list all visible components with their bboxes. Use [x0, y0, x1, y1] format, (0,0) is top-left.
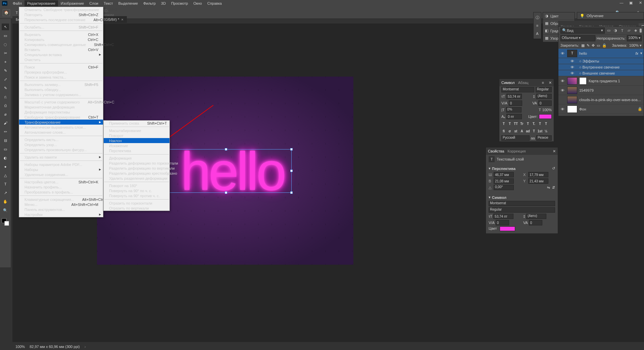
y-input[interactable]: [528, 178, 548, 184]
tab-paragraph[interactable]: Абзац: [518, 81, 529, 85]
tool-16[interactable]: ●: [2, 163, 9, 170]
close-icon[interactable]: ✕: [638, 1, 643, 5]
kerning-input[interactable]: [509, 100, 522, 106]
tool-19[interactable]: ↗: [2, 189, 9, 196]
filter-pixel-icon[interactable]: ▭: [606, 28, 611, 33]
menu-item[interactable]: Отразить по горизонтали: [104, 201, 169, 206]
type-option-button[interactable]: T: [537, 121, 543, 127]
type-option-button[interactable]: T: [531, 128, 537, 134]
menu-item[interactable]: Наборы параметров Adobe PDF...: [19, 162, 103, 167]
zoom-level[interactable]: 100%: [15, 345, 25, 349]
menu-изображение[interactable]: Изображение: [58, 0, 87, 6]
tab-properties[interactable]: Свойства: [488, 149, 504, 153]
menu-item[interactable]: Проверка орфографии...: [19, 70, 103, 75]
tool-10[interactable]: ⌀: [2, 111, 9, 118]
visibility-icon[interactable]: 👁: [560, 88, 565, 92]
type-option-button[interactable]: A: [519, 128, 525, 134]
visibility-icon[interactable]: 👁: [560, 107, 565, 111]
character-icon[interactable]: A: [534, 31, 540, 37]
menu-item[interactable]: Назначить профиль...: [19, 184, 103, 189]
tool-11[interactable]: 🖌: [2, 120, 9, 126]
layer-filter-dropdown[interactable]: 🔍 Вид ▾: [560, 28, 605, 34]
menu-item[interactable]: Повернуть на 90° по ч. с.: [104, 188, 169, 193]
close-icon[interactable]: ✕: [549, 81, 552, 85]
filter-type-icon[interactable]: T: [620, 28, 625, 33]
menu-item[interactable]: Деформация: [104, 156, 169, 161]
menu-3d[interactable]: 3D: [158, 0, 168, 6]
visibility-icon[interactable]: 👁: [560, 79, 565, 83]
filter-shape-icon[interactable]: ▱: [626, 28, 632, 33]
lock-pos-icon[interactable]: ✥: [592, 43, 595, 48]
menu-item[interactable]: Переключить последнее состояниеAlt+Ctrl+…: [19, 17, 103, 22]
font-size-input[interactable]: [506, 94, 522, 99]
menu-item[interactable]: Скопировать совмещенные данныеShift+Ctrl…: [19, 42, 103, 47]
tab-character[interactable]: Символ: [501, 81, 515, 85]
filter-adjust-icon[interactable]: ◑: [613, 28, 618, 33]
width-input[interactable]: [494, 172, 514, 177]
lock-icon[interactable]: 🔒: [602, 43, 607, 48]
type-option-button[interactable]: T.: [531, 121, 537, 127]
language-select[interactable]: Русский: [501, 135, 530, 141]
tool-13[interactable]: ⊟: [2, 137, 9, 144]
prop-size-input[interactable]: [493, 214, 513, 219]
type-option-button[interactable]: T: [525, 121, 531, 127]
lock-pixel-icon[interactable]: ✎: [587, 43, 590, 48]
menu-item[interactable]: ВырезатьCtrl+X: [19, 32, 103, 37]
tool-12[interactable]: ✏: [2, 128, 9, 135]
type-option-button[interactable]: T: [501, 121, 507, 127]
type-option-button[interactable]: st: [513, 128, 519, 134]
type-option-button[interactable]: 1st: [537, 128, 543, 134]
menu-окно[interactable]: Окно: [191, 0, 205, 6]
menu-item[interactable]: Свободное трансформированиеCtrl+T: [19, 115, 103, 120]
tool-5[interactable]: ✎: [2, 67, 9, 74]
type-option-button[interactable]: T: [543, 121, 549, 127]
menu-item[interactable]: Наклон: [104, 138, 169, 143]
type-option-button[interactable]: T: [507, 121, 513, 127]
menu-item[interactable]: Масштабирование: [104, 128, 169, 133]
panel-row-Цвет[interactable]: ◑Цвет: [543, 12, 575, 20]
menu-item[interactable]: Удалить из памяти: [19, 155, 103, 160]
prop-kerning-input[interactable]: [496, 220, 509, 225]
filter-toggle-icon[interactable]: [640, 29, 642, 33]
tab-adjustments[interactable]: Коррекция: [507, 149, 526, 153]
x-input[interactable]: [528, 172, 548, 177]
leading-select[interactable]: (Авто): [536, 94, 552, 99]
tool-20[interactable]: ✋: [2, 198, 9, 205]
opacity-input[interactable]: 100% ▾: [627, 35, 642, 41]
type-option-button[interactable]: fi: [501, 128, 507, 134]
menu-item[interactable]: КопироватьCtrl+C: [19, 37, 103, 42]
tool-2[interactable]: ◌: [2, 41, 9, 48]
prop-color-swatch[interactable]: [500, 226, 515, 231]
menu-item[interactable]: Настройки: [19, 212, 103, 217]
tool-15[interactable]: ◐: [2, 155, 9, 161]
antialias-select[interactable]: Резкое: [536, 135, 552, 141]
reset-icon[interactable]: ↺: [552, 166, 555, 171]
menu-item[interactable]: Наборы: [19, 167, 103, 172]
tool-17[interactable]: △: [2, 172, 9, 179]
menu-item[interactable]: ВставитьCtrl+V: [19, 47, 103, 52]
layer-row[interactable]: 👁Thellofx ▾: [558, 49, 644, 58]
menu-item[interactable]: Специальная вставка: [19, 52, 103, 57]
layer-effect[interactable]: 👁 ○ Внешнее свечение: [558, 70, 644, 76]
tool-3[interactable]: ✂: [2, 50, 9, 56]
prop-tracking-input[interactable]: [529, 220, 542, 225]
menu-item[interactable]: ПоискCtrl+F: [19, 64, 103, 70]
menu-item[interactable]: Клавиатурные сокращения...Alt+Shift+Ctrl…: [19, 197, 103, 202]
lock-nest-icon[interactable]: ▭: [597, 43, 600, 48]
vscale-input[interactable]: 0%: [506, 107, 522, 113]
prop-font-select[interactable]: Montserrat: [489, 201, 555, 206]
tool-4[interactable]: ⌖: [2, 58, 9, 65]
tool-7[interactable]: ✎: [2, 85, 9, 91]
lock-all-icon[interactable]: ▦: [581, 43, 585, 48]
layers-icon[interactable]: ≡: [534, 23, 540, 29]
menu-item[interactable]: Определить кисть...: [19, 137, 103, 142]
menu-слои[interactable]: Слои: [87, 0, 101, 6]
type-option-button[interactable]: Tr: [519, 121, 525, 127]
menu-item[interactable]: Отразить по вертикали: [104, 206, 169, 211]
color-swatches[interactable]: [2, 218, 9, 226]
status-chevron-icon[interactable]: ›: [85, 345, 86, 349]
maximize-icon[interactable]: ▣: [629, 1, 633, 5]
type-option-button[interactable]: σ: [507, 128, 513, 134]
panel-menu-icon[interactable]: ≡: [542, 81, 544, 85]
type-option-button[interactable]: TT: [513, 121, 519, 127]
